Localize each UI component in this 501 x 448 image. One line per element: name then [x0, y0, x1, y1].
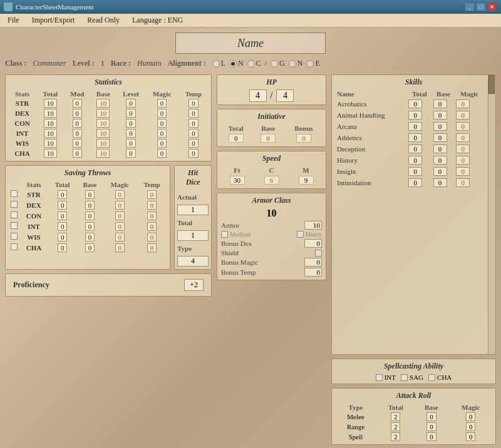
radio-L[interactable]: [212, 60, 220, 68]
bonus-temp-value[interactable]: 0: [304, 268, 322, 277]
alignment-label: Alignment :: [168, 59, 206, 68]
menu-import-export[interactable]: Import/Export: [27, 14, 80, 26]
spell-int-checkbox[interactable]: [376, 374, 383, 381]
bonus-magic-label: Bonus Magic: [221, 258, 258, 266]
alignment-E[interactable]: E: [306, 59, 319, 68]
level-value[interactable]: 1: [101, 59, 105, 68]
hp-current[interactable]: 4: [249, 89, 267, 102]
initiative-title: Initiative: [220, 112, 323, 121]
save-header-stats: Stats: [19, 180, 48, 189]
character-name[interactable]: Name: [175, 33, 326, 54]
app-title: CharacterSheetManagement: [16, 3, 465, 11]
spell-sag-option[interactable]: SAG: [401, 374, 423, 381]
radio-C[interactable]: [247, 60, 255, 68]
skills-header-row: Name Total Base Magic Acrobatics 0 0 0 A…: [334, 89, 493, 188]
window-controls[interactable]: _ □ ✕: [465, 3, 497, 11]
spellcasting-title: Spellcasting Ability: [334, 362, 493, 371]
alignment-G[interactable]: G: [271, 59, 285, 68]
panels-row: Statistics Stats Total Mod Base Level Ma…: [5, 74, 496, 445]
stats-header-mod: Mod: [65, 89, 90, 98]
skill-row: Deception 0 0 0: [334, 143, 484, 155]
menu-read-only[interactable]: Read Only: [82, 14, 125, 26]
skills-panel: Skills Name Total Base Magic Acrobatics: [331, 74, 496, 355]
bonus-dex-value[interactable]: 0: [304, 239, 322, 248]
skills-title: Skills: [334, 78, 493, 87]
hit-dice-type-value[interactable]: 4: [177, 256, 209, 267]
proficiency-value[interactable]: +2: [184, 279, 204, 291]
skills-table: Name Total Base Magic Acrobatics 0 0 0 A…: [334, 89, 484, 188]
heavy-option[interactable]: Heavy: [297, 231, 322, 238]
speed-header-c: C: [254, 166, 289, 175]
spell-int-option[interactable]: INT: [376, 374, 396, 381]
skill-row: Athletics 0 0 0: [334, 132, 484, 143]
class-value[interactable]: Commoner: [33, 59, 66, 68]
alignment-L[interactable]: L: [212, 59, 225, 68]
spell-cha-option[interactable]: CHA: [428, 374, 452, 381]
init-bonus[interactable]: 0: [296, 134, 311, 143]
attack-header-base: Base: [414, 403, 448, 412]
alignment-N1[interactable]: N: [229, 59, 244, 68]
medium-option[interactable]: Medium: [221, 231, 251, 238]
heavy-checkbox[interactable]: [297, 231, 304, 238]
scrollbar-thumb[interactable]: [488, 75, 495, 94]
save-row: DEX 0 0 0 0: [8, 200, 167, 210]
skills-header-base: Base: [432, 89, 455, 98]
skill-row: Arcana 0 0 0: [334, 121, 484, 132]
race-value[interactable]: Humain: [137, 59, 162, 68]
shield-checkbox[interactable]: [315, 250, 322, 257]
armor-class-panel: Armor Class 10 Armor 10 Medium Heavy: [217, 193, 326, 280]
alignment-N2[interactable]: N: [289, 59, 303, 68]
maximize-button[interactable]: □: [476, 3, 486, 11]
speed-m[interactable]: 9: [299, 176, 314, 185]
close-button[interactable]: ✕: [487, 3, 497, 11]
skills-header-total: Total: [407, 89, 431, 98]
speed-title: Speed: [220, 154, 323, 163]
stats-row: INT 10 0 10 0 0 0: [8, 128, 209, 138]
radio-N1[interactable]: [229, 60, 237, 68]
hit-dice-title: HitDice: [177, 168, 209, 187]
spell-sag-label: SAG: [410, 374, 423, 381]
hp-max[interactable]: 4: [276, 89, 294, 102]
init-base[interactable]: 0: [261, 134, 276, 143]
attack-row: Spell 2 0 0: [334, 432, 493, 442]
saving-throws-row: Saving Throws Stats Total Base Magic Tem…: [5, 165, 212, 270]
left-column: Statistics Stats Total Mod Base Level Ma…: [5, 74, 212, 445]
radio-N2[interactable]: [289, 60, 296, 68]
armor-class-value[interactable]: 10: [220, 208, 323, 219]
app-icon: [4, 3, 13, 11]
proficiency-panel: Proficiency +2: [5, 273, 212, 297]
menu-language[interactable]: Language : ENG: [127, 14, 188, 26]
menu-bar: File Import/Export Read Only Language : …: [0, 14, 501, 28]
statistics-panel: Statistics Stats Total Mod Base Level Ma…: [5, 74, 212, 161]
bonus-dex-label: Bonus Dex: [221, 240, 252, 247]
hit-dice-type-row: Type: [177, 243, 209, 253]
bonus-magic-value[interactable]: 0: [304, 258, 322, 267]
statistics-table: Stats Total Mod Base Level Magic Temp ST…: [8, 89, 209, 158]
attack-roll-title: Attack Roll: [334, 391, 493, 400]
hit-dice-actual-label: Actual: [177, 193, 205, 201]
menu-file[interactable]: File: [3, 14, 24, 26]
spell-cha-checkbox[interactable]: [428, 374, 435, 381]
speed-ft[interactable]: 30: [230, 176, 245, 185]
hit-dice-total-value[interactable]: 1: [177, 230, 209, 241]
scrollbar-track[interactable]: [488, 75, 495, 354]
radio-E[interactable]: [306, 60, 314, 68]
bonus-temp-label: Bonus Temp: [221, 268, 256, 276]
attack-header-magic: Magic: [448, 403, 493, 412]
ac-armor-value[interactable]: 10: [304, 221, 322, 230]
minimize-button[interactable]: _: [465, 3, 475, 11]
skills-header-name: Name: [334, 89, 407, 98]
spell-sag-checkbox[interactable]: [401, 374, 408, 381]
radio-G[interactable]: [271, 60, 278, 68]
hit-dice-type-label: Type: [177, 245, 205, 252]
main-content: Name Class : Commoner Level : 1 Race : H…: [0, 28, 501, 448]
stats-row: WIS 10 0 10 0 0 0: [8, 138, 209, 148]
hit-dice-actual-value[interactable]: 1: [177, 205, 209, 215]
speed-c[interactable]: 6: [264, 176, 279, 185]
stats-header-temp: Temp: [178, 89, 209, 98]
speed-row: 30 6 9: [220, 175, 323, 186]
medium-checkbox[interactable]: [221, 231, 228, 238]
alignment-C[interactable]: C: [247, 59, 261, 68]
init-total[interactable]: 0: [229, 134, 244, 143]
spellcasting-options: INT SAG CHA: [334, 374, 493, 381]
